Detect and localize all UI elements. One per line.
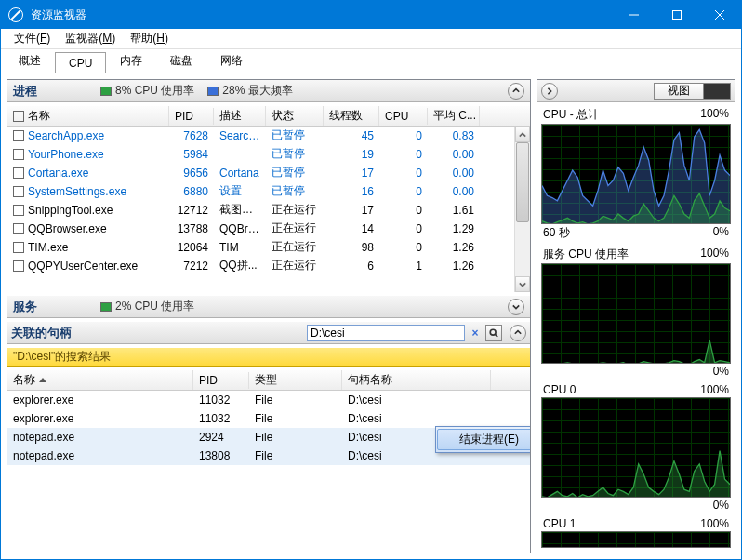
chart-1: 服务 CPU 使用率100%0% xyxy=(541,246,731,379)
svg-marker-4 xyxy=(542,340,730,364)
handles-header[interactable]: 关联的句柄 × xyxy=(7,322,530,344)
table-row[interactable]: YourPhone.exe5984已暂停1900.00 xyxy=(7,145,530,164)
chart-title: 服务 CPU 使用率 xyxy=(543,247,629,262)
chart-title: CPU 1 xyxy=(543,517,576,530)
chart-xlabel: 60 秒 xyxy=(543,225,570,241)
menu-file[interactable]: 文件(F) xyxy=(7,29,58,48)
table-row[interactable]: TIM.exe12064TIM正在运行9801.26 xyxy=(7,238,530,257)
context-end-process[interactable]: 结束进程(E) xyxy=(437,429,530,450)
legend-max-freq: 28% 最大频率 xyxy=(207,83,292,99)
processes-title: 进程 xyxy=(13,83,87,100)
app-icon xyxy=(8,7,23,22)
row-checkbox[interactable] xyxy=(13,149,24,160)
row-checkbox[interactable] xyxy=(13,167,24,179)
chart-0: CPU - 总计100%60 秒0% xyxy=(541,106,731,242)
chart-max: 100% xyxy=(700,107,729,123)
row-checkbox[interactable] xyxy=(13,260,24,272)
svg-rect-0 xyxy=(673,11,682,20)
table-row[interactable]: QQPYUserCenter.exe7212QQ拼...正在运行611.26 xyxy=(7,257,530,275)
tab-overview[interactable]: 概述 xyxy=(5,48,55,73)
scroll-down-icon[interactable] xyxy=(515,276,530,292)
chart-min: 0% xyxy=(713,499,729,512)
handles-columns: 名称 PID 类型 句柄名称 xyxy=(7,370,530,391)
chart-max: 100% xyxy=(700,247,729,262)
legend-cpu-usage: 8% CPU 使用率 xyxy=(100,83,194,99)
tab-disk[interactable]: 磁盘 xyxy=(156,48,206,73)
table-row[interactable]: SystemSettings.exe6880设置已暂停1600.00 xyxy=(7,182,530,201)
tab-cpu[interactable]: CPU xyxy=(55,52,106,73)
col-threads[interactable]: 线程数 xyxy=(324,106,379,126)
chart-max: 100% xyxy=(700,383,729,396)
processes-table: 名称 PID 描述 状态 线程数 CPU 平均 C... SearchApp.e… xyxy=(7,106,530,292)
chart-2: CPU 0100%0% xyxy=(541,382,731,513)
services-header[interactable]: 服务 2% CPU 使用率 xyxy=(7,296,530,318)
processes-columns: 名称 PID 描述 状态 线程数 CPU 平均 C... xyxy=(7,106,530,127)
close-button[interactable] xyxy=(698,1,741,29)
handles-table: 名称 PID 类型 句柄名称 explorer.exe11032FileD:\c… xyxy=(7,370,530,553)
table-row[interactable]: SearchApp.exe7628Search...已暂停4500.83 xyxy=(7,127,530,145)
chart-min: 0% xyxy=(713,365,729,378)
row-checkbox[interactable] xyxy=(13,205,24,216)
chart-min: 0% xyxy=(713,225,729,241)
col-pid[interactable]: PID xyxy=(169,108,214,125)
context-menu: 结束进程(E) xyxy=(435,426,530,453)
minimize-button[interactable] xyxy=(613,1,656,29)
tab-network[interactable]: 网络 xyxy=(206,48,257,73)
chevron-down-icon[interactable] xyxy=(703,84,730,99)
col-desc[interactable]: 描述 xyxy=(214,106,266,126)
chart-title: CPU 0 xyxy=(543,383,576,396)
nav-right-icon[interactable] xyxy=(541,83,558,100)
table-row[interactable]: SnippingTool.exe12712截图工具正在运行1701.61 xyxy=(7,201,530,220)
row-checkbox[interactable] xyxy=(13,223,24,234)
clear-search-icon[interactable]: × xyxy=(469,327,482,340)
collapse-processes-icon[interactable] xyxy=(508,83,524,100)
row-checkbox[interactable] xyxy=(13,242,24,253)
services-title: 服务 xyxy=(13,299,87,315)
chart-max: 100% xyxy=(700,517,729,530)
hcol-type[interactable]: 类型 xyxy=(249,370,342,390)
row-checkbox[interactable] xyxy=(13,130,24,141)
tabbar: 概述 CPU 内存 磁盘 网络 xyxy=(1,49,741,73)
search-results-label: "D:\cesi"的搜索结果 xyxy=(7,348,530,367)
hcol-handle-name[interactable]: 句柄名称 xyxy=(342,370,491,390)
chart-3: CPU 1100% xyxy=(541,516,731,548)
charts-header: 视图 xyxy=(537,80,735,102)
processes-header[interactable]: 进程 8% CPU 使用率 28% 最大频率 xyxy=(7,80,530,102)
col-cpu[interactable]: CPU xyxy=(379,108,428,125)
tab-memory[interactable]: 内存 xyxy=(106,48,156,73)
chart-canvas xyxy=(541,531,731,548)
table-row[interactable]: Cortana.exe9656Cortana已暂停1700.00 xyxy=(7,164,530,182)
chart-canvas xyxy=(541,263,731,364)
search-button[interactable] xyxy=(485,325,502,341)
col-status[interactable]: 状态 xyxy=(266,106,324,126)
table-row[interactable]: explorer.exe11032FileD:\cesi xyxy=(7,409,530,428)
menubar: 文件(F) 监视器(M) 帮助(H) xyxy=(1,29,741,49)
chart-canvas xyxy=(541,124,731,224)
hcol-name[interactable]: 名称 xyxy=(7,370,193,390)
handles-title: 关联的句柄 xyxy=(11,325,72,341)
table-row[interactable]: explorer.exe11032FileD:\cesi xyxy=(7,391,530,409)
menu-help[interactable]: 帮助(H) xyxy=(123,29,176,48)
scroll-thumb[interactable] xyxy=(516,142,529,222)
collapse-handles-icon[interactable] xyxy=(510,325,526,341)
svg-point-1 xyxy=(490,329,496,335)
window-title: 资源监视器 xyxy=(31,7,613,23)
sort-asc-icon xyxy=(39,378,46,382)
menu-monitor[interactable]: 监视器(M) xyxy=(58,29,123,48)
table-row[interactable]: QQBrowser.exe13788QQBro...正在运行1401.29 xyxy=(7,220,530,238)
search-input[interactable] xyxy=(307,325,465,341)
view-label: 视图 xyxy=(655,83,703,99)
titlebar[interactable]: 资源监视器 xyxy=(1,1,741,29)
col-name[interactable]: 名称 xyxy=(7,106,169,126)
select-all-checkbox[interactable] xyxy=(13,111,24,122)
chart-title: CPU - 总计 xyxy=(543,107,599,123)
hcol-pid[interactable]: PID xyxy=(193,372,249,389)
expand-services-icon[interactable] xyxy=(508,299,524,315)
col-avg[interactable]: 平均 C... xyxy=(428,106,480,126)
view-dropdown[interactable]: 视图 xyxy=(654,83,731,100)
row-checkbox[interactable] xyxy=(13,186,24,197)
processes-scrollbar[interactable] xyxy=(514,127,530,292)
scroll-up-icon[interactable] xyxy=(515,127,530,142)
chart-canvas xyxy=(541,397,731,498)
maximize-button[interactable] xyxy=(656,1,698,29)
